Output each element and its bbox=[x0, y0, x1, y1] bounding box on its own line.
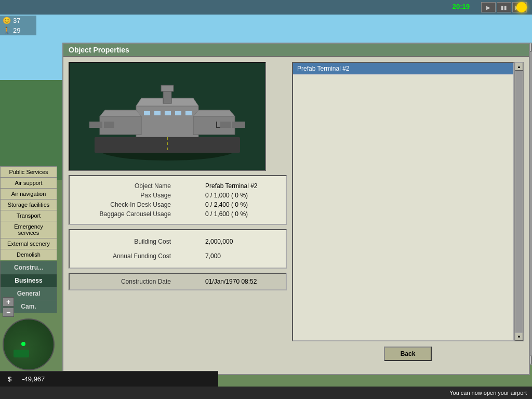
annual-funding-value: 7,000 bbox=[200, 252, 278, 260]
minimap bbox=[3, 318, 55, 370]
sidebar-btn-business[interactable]: Business bbox=[0, 274, 57, 287]
person-value: 29 bbox=[13, 26, 20, 34]
svg-rect-7 bbox=[89, 122, 102, 128]
minimap-position-dot bbox=[21, 342, 25, 346]
svg-marker-4 bbox=[100, 110, 141, 116]
annual-funding-label: Annual Funding Cost bbox=[77, 252, 171, 260]
svg-rect-14 bbox=[154, 111, 161, 115]
object-name-label: Object Name bbox=[77, 182, 171, 190]
left-panel: Object Name Prefab Terminal #2 Pax Usage… bbox=[69, 62, 287, 366]
svg-rect-1 bbox=[136, 106, 198, 137]
model-view bbox=[69, 62, 266, 171]
svg-marker-6 bbox=[193, 110, 235, 116]
baggage-value: 0 / 1,600 ( 0 %) bbox=[200, 210, 278, 218]
happiness-stat: 😊 37 bbox=[0, 16, 36, 25]
right-panel-container: Prefab Terminal #2 ▲ ▼ Back bbox=[292, 62, 524, 366]
annual-funding-row: Annual Funding Cost 7,000 bbox=[77, 251, 278, 261]
baggage-row: Baggage Carousel Usage 0 / 1,600 ( 0 %) bbox=[77, 209, 278, 219]
sidebar-item-air-navigation[interactable]: Air navigation bbox=[0, 188, 57, 199]
sidebar-item-emergency-services[interactable]: Emergency services bbox=[0, 221, 57, 238]
pax-usage-row: Pax Usage 0 / 1,000 ( 0 %) bbox=[77, 191, 278, 200]
terminal-model-svg bbox=[84, 70, 250, 163]
happy-value: 37 bbox=[13, 17, 20, 24]
checkin-label: Check-In Desk Usage bbox=[77, 201, 171, 208]
play-button[interactable]: ▶ bbox=[481, 2, 496, 12]
time-display: 20:19 bbox=[453, 3, 470, 10]
svg-rect-13 bbox=[144, 111, 150, 115]
construction-date-row: Construction Date 01/Jan/1970 08:52 bbox=[77, 278, 278, 285]
sidebar-btn-construct[interactable]: Constru... bbox=[0, 261, 57, 274]
scroll-track bbox=[515, 71, 523, 332]
svg-rect-9 bbox=[232, 122, 245, 128]
list-item-prefab-terminal-2[interactable]: Prefab Terminal #2 bbox=[293, 63, 513, 75]
dialog-title: Object Properties bbox=[69, 46, 129, 54]
dialog-content: Object Name Prefab Terminal #2 Pax Usage… bbox=[63, 57, 529, 371]
sun-icon bbox=[516, 2, 527, 12]
building-cost-row: Building Cost 2,000,000 bbox=[77, 236, 278, 247]
back-button[interactable]: Back bbox=[384, 347, 432, 361]
zoom-out-button[interactable]: − bbox=[3, 308, 14, 317]
construction-date-label: Construction Date bbox=[77, 278, 171, 285]
sidebar-item-external-scenery[interactable]: External scenery bbox=[0, 238, 57, 249]
object-list-container: Prefab Terminal #2 ▲ ▼ Back bbox=[292, 62, 524, 366]
stats-panel: 😊 37 🚶 29 bbox=[0, 16, 36, 35]
svg-rect-8 bbox=[104, 122, 114, 128]
building-cost-value: 2,000,000 bbox=[200, 238, 278, 245]
pause-button[interactable]: ▮▮ bbox=[497, 2, 511, 12]
pax-usage-value: 0 / 1,000 ( 0 %) bbox=[200, 192, 278, 199]
money-symbol: $ bbox=[8, 375, 11, 383]
checkin-value: 0 / 2,400 ( 0 %) bbox=[200, 201, 278, 208]
construction-date-value: 01/Jan/1970 08:52 bbox=[200, 278, 278, 285]
properties-panel: Object Name Prefab Terminal #2 Pax Usage… bbox=[69, 175, 287, 225]
sidebar-item-public-services[interactable]: Public Services bbox=[0, 166, 57, 177]
object-name-value: Prefab Terminal #2 bbox=[200, 182, 278, 190]
left-sidebar: Public Services Air support Air navigati… bbox=[0, 166, 57, 313]
status-message: You can now open your airport bbox=[449, 390, 527, 396]
minimap-terrain bbox=[14, 350, 29, 357]
svg-rect-17 bbox=[185, 111, 192, 115]
object-list[interactable]: Prefab Terminal #2 bbox=[292, 62, 514, 341]
sidebar-item-storage-facilities[interactable]: Storage facilities bbox=[0, 199, 57, 210]
list-scrollbar[interactable]: ▲ ▼ bbox=[514, 62, 524, 341]
money-bar: $ -49,967 bbox=[0, 371, 218, 387]
pax-usage-label: Pax Usage bbox=[77, 192, 171, 199]
back-button-area: Back bbox=[292, 341, 524, 366]
zoom-in-button[interactable]: + bbox=[3, 297, 14, 307]
cost-panel: Building Cost 2,000,000 Annual Funding C… bbox=[69, 229, 287, 269]
zoom-buttons: + − bbox=[3, 297, 14, 317]
checkin-row: Check-In Desk Usage 0 / 2,400 ( 0 %) bbox=[77, 200, 278, 209]
sidebar-item-demolish[interactable]: Demolish bbox=[0, 249, 57, 260]
date-panel: Construction Date 01/Jan/1970 08:52 bbox=[69, 273, 287, 290]
bottom-status-bar: You can now open your airport bbox=[0, 387, 532, 399]
svg-rect-15 bbox=[165, 111, 171, 115]
object-properties-dialog: Object Properties bbox=[62, 43, 530, 375]
svg-rect-16 bbox=[175, 111, 181, 115]
person-icon: 🚶 bbox=[3, 26, 11, 34]
svg-rect-12 bbox=[161, 85, 174, 91]
baggage-label: Baggage Carousel Usage bbox=[77, 210, 171, 218]
scroll-down-arrow[interactable]: ▼ bbox=[515, 332, 523, 341]
person-stat: 🚶 29 bbox=[0, 25, 36, 35]
money-amount: -49,967 bbox=[22, 375, 45, 383]
svg-rect-10 bbox=[220, 122, 231, 128]
building-cost-label: Building Cost bbox=[77, 238, 171, 245]
sidebar-item-transport[interactable]: Transport bbox=[0, 210, 57, 221]
dialog-title-bar: Object Properties bbox=[63, 44, 529, 57]
sidebar-item-air-support[interactable]: Air support bbox=[0, 177, 57, 188]
happy-icon: 😊 bbox=[3, 17, 11, 24]
list-wrapper: Prefab Terminal #2 ▲ ▼ bbox=[292, 62, 524, 341]
scroll-up-arrow[interactable]: ▲ bbox=[515, 62, 523, 71]
object-name-row: Object Name Prefab Terminal #2 bbox=[77, 181, 278, 191]
